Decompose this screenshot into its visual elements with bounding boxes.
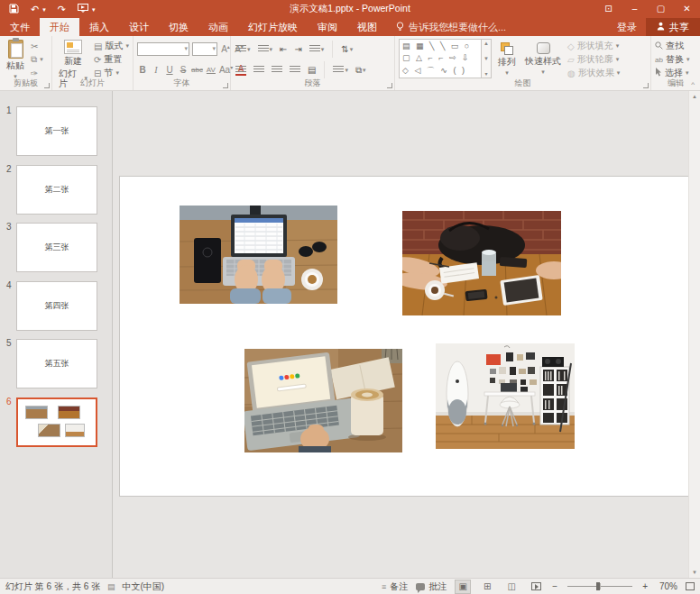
undo-icon[interactable]: ↶ (31, 5, 39, 14)
drawing-group-label: 绘图 (395, 78, 650, 89)
grow-font-icon[interactable]: A▴ (220, 44, 231, 54)
qat-customize-icon[interactable]: ▾ (92, 6, 96, 13)
tab-review[interactable]: 审阅 (308, 18, 347, 36)
slide-photo-3[interactable] (244, 349, 402, 452)
numbering-icon (258, 45, 269, 53)
paste-button[interactable]: 粘贴 ▾ (4, 39, 27, 81)
notes-button[interactable]: ≡ 备注 (382, 580, 408, 593)
minimize-icon[interactable]: – (622, 0, 648, 18)
start-slideshow-icon[interactable] (78, 4, 88, 14)
tab-animations[interactable]: 动画 (198, 18, 238, 36)
slide-photo-2[interactable] (402, 211, 561, 315)
fit-slide-to-window-icon[interactable] (686, 582, 695, 590)
normal-view-button[interactable]: ▣ (455, 580, 471, 594)
text-direction-button[interactable]: ⇅▾ (340, 44, 354, 54)
shapes-gallery-scrollbar[interactable]: ▲ ▼ ▾ (482, 39, 492, 78)
align-text-button[interactable]: ▾ (332, 66, 349, 74)
close-icon[interactable]: ✕ (674, 0, 700, 18)
group-drawing: ▤ ▦ ╲ ╲ ▭ ○ ▢ △ ⌐ ⌐ ⇨ ⇩ ◇ ◁ ⌒ ∿ ( ) ▲ ▼ … (395, 36, 651, 90)
increase-indent-button[interactable]: ⇥ (293, 44, 302, 54)
save-icon[interactable] (9, 4, 19, 15)
collapse-ribbon-icon[interactable]: ^ (691, 80, 695, 88)
tab-insert[interactable]: 插入 (79, 18, 119, 36)
convert-smartart-button[interactable]: ⧉▾ (355, 65, 367, 76)
smartart-icon: ⧉ (355, 65, 362, 76)
quick-styles-icon (537, 42, 550, 54)
clipboard-icon (8, 40, 23, 59)
slide-photo-1[interactable] (180, 206, 337, 304)
sign-in-button[interactable]: 登录 (608, 18, 646, 36)
slide-thumbnail-panel: 1 第一张 2 第二张 3 第三张 4 第四张 5 第五张 6 (0, 91, 113, 578)
underline-button[interactable]: U (164, 66, 175, 75)
tab-home[interactable]: 开始 (40, 18, 79, 36)
zoom-out-button[interactable]: − (552, 581, 557, 591)
align-text-icon (333, 66, 344, 74)
vertical-scrollbar[interactable]: ▲ ▼ (688, 91, 700, 578)
zoom-slider[interactable] (567, 586, 632, 587)
font-name-combo[interactable] (137, 42, 189, 56)
align-right-button[interactable] (271, 66, 283, 74)
slide-thumbnail-3[interactable]: 第三张 (16, 223, 97, 272)
zoom-percentage[interactable]: 70% (656, 581, 677, 591)
justify-button[interactable] (289, 66, 301, 74)
columns-button[interactable]: ▤ (307, 65, 317, 75)
scroll-up-icon[interactable]: ▲ (692, 94, 697, 99)
slide-photo-4[interactable] (436, 343, 575, 449)
bullets-button[interactable]: ▾ (235, 45, 252, 53)
tell-me-box[interactable]: 告诉我您想要做什么... (387, 18, 515, 36)
slide-canvas[interactable] (120, 177, 688, 496)
slide-thumbnail-1[interactable]: 第一张 (16, 106, 97, 156)
shape-outline-button[interactable]: ▱形状轮廓▾ (567, 53, 620, 66)
decrease-indent-button[interactable]: ⇤ (279, 44, 288, 54)
strikethrough-button[interactable]: S (178, 66, 189, 75)
quick-styles-button[interactable]: 快速样式 ▾ (522, 39, 564, 77)
zoom-slider-thumb[interactable] (596, 582, 600, 590)
slideshow-view-button[interactable] (528, 580, 544, 594)
layout-button[interactable]: ▤版式▾ (94, 40, 129, 52)
proofing-icon[interactable]: ▤ (107, 582, 115, 591)
slide-thumbnail-4[interactable]: 第四张 (16, 281, 97, 331)
share-button[interactable]: 共享 (646, 18, 700, 36)
character-spacing-button[interactable]: AV (206, 67, 216, 74)
cut-button[interactable]: ✂ (31, 40, 43, 52)
align-center-button[interactable] (253, 66, 265, 74)
find-button[interactable]: 查找 (655, 40, 689, 52)
slide-thumbnail-5[interactable]: 第五张 (16, 339, 97, 388)
tab-transitions[interactable]: 切换 (159, 18, 198, 36)
tab-slideshow[interactable]: 幻灯片放映 (238, 18, 308, 36)
editing-canvas[interactable] (114, 91, 688, 578)
tab-design[interactable]: 设计 (119, 18, 159, 36)
redo-icon[interactable]: ↷ (58, 5, 66, 14)
shapes-gallery[interactable]: ▤ ▦ ╲ ╲ ▭ ○ ▢ △ ⌐ ⌐ ⇨ ⇩ ◇ ◁ ⌒ ∿ ( ) (399, 39, 482, 78)
slide-thumbnail-6[interactable] (16, 398, 97, 447)
italic-button[interactable]: I (151, 66, 161, 75)
shape-effects-icon: ◍ (567, 69, 576, 78)
tab-file[interactable]: 文件 (0, 18, 40, 36)
group-slides: 新建 幻灯片▾ ▤版式▾ ⟳重置 ⊟节▾ 幻灯片 (52, 36, 134, 90)
arrange-button[interactable]: 排列 ▾ (495, 39, 519, 78)
ribbon-tab-bar: 文件 开始 插入 设计 切换 动画 幻灯片放映 审阅 视图 告诉我您想要做什么.… (0, 18, 700, 36)
tab-view[interactable]: 视图 (347, 18, 387, 36)
bold-button[interactable]: B (137, 66, 148, 75)
quick-access-toolbar: ↶ ▾ ↷ ▾ (0, 4, 95, 15)
line-spacing-button[interactable]: ▾ (309, 45, 326, 53)
comments-button[interactable]: 批注 (416, 580, 447, 593)
text-shadow-button[interactable]: abc (191, 67, 203, 74)
reading-view-button[interactable]: ◫ (503, 580, 520, 594)
align-left-icon (235, 66, 246, 74)
ribbon-display-options-icon[interactable]: ⊡ (595, 0, 622, 18)
maximize-icon[interactable]: ▢ (648, 0, 674, 18)
language-status[interactable]: 中文(中国) (123, 580, 165, 593)
shape-fill-button[interactable]: ◇形状填充▾ (567, 40, 620, 52)
zoom-in-button[interactable]: + (642, 581, 648, 591)
slide-sorter-view-button[interactable]: ⊞ (479, 580, 495, 594)
slide-thumbnail-2[interactable]: 第二张 (16, 165, 97, 215)
copy-button[interactable]: ⧉▾ (31, 53, 43, 66)
undo-dropdown-icon[interactable]: ▾ (42, 6, 46, 13)
replace-button[interactable]: ab 替换▾ (655, 53, 689, 66)
scroll-down-icon[interactable]: ▼ (692, 570, 697, 575)
font-size-combo[interactable] (192, 42, 217, 56)
numbering-button[interactable]: ▾ (257, 45, 274, 53)
align-left-button[interactable] (235, 66, 247, 74)
reset-button[interactable]: ⟳重置 (94, 53, 129, 66)
